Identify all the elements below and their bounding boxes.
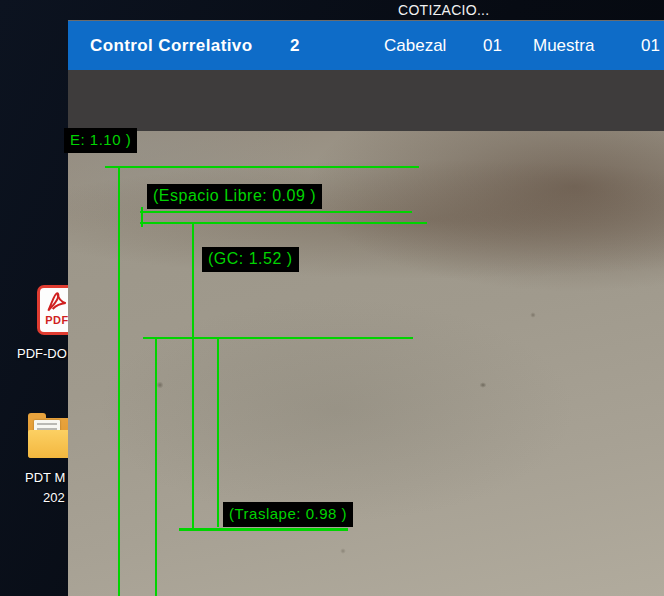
specimen-camera-view[interactable]: E: 1.10 ) (Espacio Libre: 0.09 ) (GC: 1.… — [68, 131, 664, 596]
measurement-label-gc: (GC: 1.52 ) — [202, 247, 299, 272]
background-window-title[interactable]: COTIZACIO... — [398, 2, 490, 18]
muestra-label: Muestra — [533, 21, 594, 71]
folder-front — [28, 430, 72, 458]
desktop-icon-folder[interactable] — [28, 418, 72, 460]
measurement-line-espacio-horizontal — [140, 211, 412, 213]
measurement-line-traslape-vertical — [217, 337, 219, 527]
measurement-line-e-vertical — [118, 166, 120, 596]
muestra-value: 01 — [641, 21, 660, 71]
measurement-line-traslape-horizontal — [179, 528, 348, 531]
desktop-icon-pdf-label[interactable]: PDF-DO — [17, 346, 67, 361]
screen: COTIZACIO... PDF PDF-DO PDT M 202 Contro… — [0, 0, 664, 596]
measurement-line-mid-horizontal — [143, 337, 413, 339]
measurement-label-e: E: 1.10 ) — [64, 128, 137, 153]
window-title-bar[interactable]: Control Correlativo 2 Cabezal 01 Muestra… — [68, 20, 664, 70]
measurement-line-left-vertical — [155, 337, 157, 596]
correlative-number: 2 — [290, 21, 299, 71]
measurement-tick-espacio — [141, 207, 143, 227]
acrobat-swirl-icon — [44, 289, 70, 315]
control-correlativo-window: Control Correlativo 2 Cabezal 01 Muestra… — [68, 20, 664, 596]
measurement-line-gc-vertical — [192, 222, 194, 529]
cabezal-label: Cabezal — [384, 21, 446, 71]
desktop-icon-folder-label-line1[interactable]: PDT M — [25, 470, 65, 485]
desktop-icon-folder-label-line2[interactable]: 202 — [43, 490, 65, 505]
toolbar-empty-strip — [68, 70, 664, 131]
pdf-badge: PDF — [45, 315, 69, 325]
measurement-line-gc-horizontal — [140, 222, 427, 224]
measurement-label-traslape: (Traslape: 0.98 ) — [223, 502, 353, 527]
measurement-label-espacio-libre: (Espacio Libre: 0.09 ) — [147, 184, 322, 209]
window-title: Control Correlativo — [90, 21, 253, 71]
cabezal-value: 01 — [483, 21, 502, 71]
measurement-line-e-horizontal — [105, 166, 419, 168]
